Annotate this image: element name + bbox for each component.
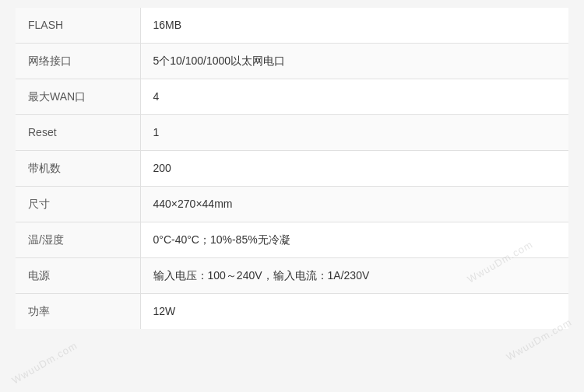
spec-value: 1 bbox=[140, 115, 568, 151]
watermark-3: WwuuDm.com bbox=[10, 339, 79, 386]
spec-label: 尺寸 bbox=[16, 187, 140, 222]
spec-value: 5个10/100/1000以太网电口 bbox=[140, 44, 568, 79]
spec-label: 带机数 bbox=[16, 151, 140, 187]
page-container: FLASH16MB网络接口5个10/100/1000以太网电口最大WAN口4Re… bbox=[0, 0, 584, 392]
table-row: 尺寸440×270×44mm bbox=[16, 187, 568, 222]
table-row: 电源输入电压：100～240V，输入电流：1A/230V bbox=[16, 258, 568, 294]
spec-label: Reset bbox=[16, 115, 140, 151]
spec-value: 16MB bbox=[140, 8, 568, 44]
spec-label: 功率 bbox=[16, 294, 140, 330]
spec-label: 最大WAN口 bbox=[16, 79, 140, 115]
spec-label: 温/湿度 bbox=[16, 222, 140, 258]
spec-value: 0°C-40°C；10%-85%无冷凝 bbox=[140, 222, 568, 258]
spec-table: FLASH16MB网络接口5个10/100/1000以太网电口最大WAN口4Re… bbox=[16, 8, 568, 329]
spec-label: 网络接口 bbox=[16, 44, 140, 79]
spec-value: 输入电压：100～240V，输入电流：1A/230V bbox=[140, 258, 568, 294]
table-row: 最大WAN口4 bbox=[16, 79, 568, 115]
table-row: 网络接口5个10/100/1000以太网电口 bbox=[16, 44, 568, 79]
spec-label: FLASH bbox=[16, 8, 140, 44]
spec-value: 440×270×44mm bbox=[140, 187, 568, 222]
spec-label: 电源 bbox=[16, 258, 140, 294]
table-row: Reset1 bbox=[16, 115, 568, 151]
table-row: 带机数200 bbox=[16, 151, 568, 187]
table-row: FLASH16MB bbox=[16, 8, 568, 44]
table-row: 功率12W bbox=[16, 294, 568, 330]
spec-value: 4 bbox=[140, 79, 568, 115]
table-row: 温/湿度0°C-40°C；10%-85%无冷凝 bbox=[16, 222, 568, 258]
spec-value: 12W bbox=[140, 294, 568, 330]
spec-value: 200 bbox=[140, 151, 568, 187]
